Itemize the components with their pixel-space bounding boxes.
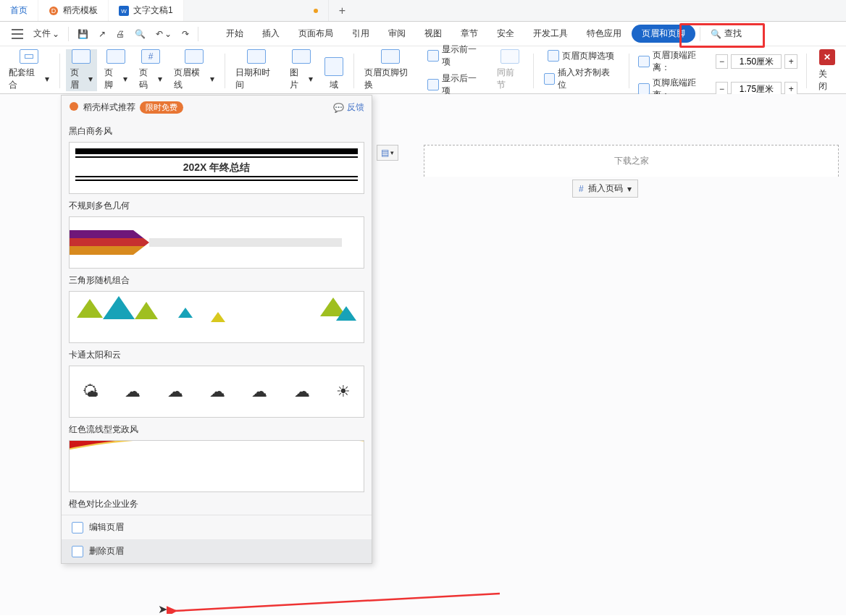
preview-icon: 🔍 [135, 29, 146, 39]
plus-icon: + [339, 4, 345, 17]
tab-document[interactable]: W 文字文稿1 [109, 0, 184, 21]
search-button[interactable]: 🔍 查找 [711, 28, 742, 40]
footer-icon [106, 49, 125, 64]
category-geometry: 不规则多色几何 [69, 200, 364, 269]
edit-header-action[interactable]: 编辑页眉 [62, 515, 372, 539]
menu-special[interactable]: 特色应用 [578, 25, 630, 43]
header-top-distance-row: 页眉顶端距离： − + [638, 49, 797, 74]
ribbon-datetime[interactable]: 日期和时间 [231, 49, 283, 91]
free-badge: 限时免费 [140, 101, 183, 114]
ribbon-hfswitch-label: 页眉页脚切换 [364, 67, 416, 91]
ribbon-insert-align[interactable]: 插入对齐制表位 [544, 67, 619, 91]
cloud-icon: ☁ [125, 382, 141, 401]
tab-home[interactable]: 首页 [0, 0, 38, 21]
insert-pageno-button[interactable]: # 插入页码 ▾ [572, 180, 638, 198]
style-thumb-red[interactable] [69, 440, 364, 492]
menu-review[interactable]: 审阅 [380, 25, 414, 43]
top-dist-minus[interactable]: − [716, 54, 729, 69]
svg-text:D: D [51, 7, 56, 14]
ribbon-same-prev[interactable]: 同前节 [493, 49, 527, 91]
ribbon-headerline[interactable]: 页眉横线▾ [169, 49, 219, 91]
headerline-icon [185, 49, 204, 64]
header-tag-dropdown[interactable]: ▤▾ [377, 145, 398, 161]
ribbon-show-next[interactable]: 显示后一项 [427, 72, 485, 97]
style-thumb-geometry[interactable] [69, 216, 364, 269]
ribbon-hf-options[interactable]: 页眉页脚选项 [548, 50, 614, 62]
ribbon-picture[interactable]: 图片▾ [285, 49, 317, 91]
pageno-icon: # [141, 49, 160, 64]
menu-reference[interactable]: 引用 [343, 25, 378, 43]
tab-new[interactable]: + [329, 0, 356, 21]
menu-start[interactable]: 开始 [217, 25, 252, 43]
divider [806, 54, 807, 88]
category-cartoon: 卡通太阳和云 🌤 ☁ ☁ ☁ ☁ ☁ ☀ [69, 349, 364, 418]
menu-chapter[interactable]: 章节 [452, 25, 487, 43]
shell-icon [69, 101, 79, 114]
category-red-gov: 红色流线型党政风 [69, 423, 364, 492]
save-icon: 💾 [78, 29, 88, 39]
dropdown-body[interactable]: 黑白商务风 202X 年终总结 不规则多色几何 三角形随机组合 [62, 119, 372, 515]
divider [353, 54, 354, 88]
ribbon-field-label: 域 [330, 79, 338, 91]
menu-insert[interactable]: 插入 [254, 25, 288, 43]
top-dist-plus[interactable]: + [784, 54, 797, 69]
menu-view[interactable]: 视图 [416, 25, 451, 43]
category-title: 红色流线型党政风 [69, 423, 364, 436]
menu-button[interactable] [7, 26, 28, 42]
feedback-link[interactable]: 💬 反馈 [333, 101, 364, 114]
save-button[interactable]: 💾 [73, 26, 93, 42]
cursor-icon: ➤ [158, 602, 167, 616]
ribbon-pageno[interactable]: #页码▾ [135, 49, 167, 91]
link-icon [501, 49, 519, 64]
style-thumb-bw[interactable]: 202X 年终总结 [69, 142, 364, 194]
delete-header-action[interactable]: 删除页眉 [62, 539, 372, 563]
top-dist-input[interactable] [731, 54, 782, 69]
ribbon-insert-align-label: 插入对齐制表位 [558, 67, 618, 91]
divider [533, 54, 534, 88]
ribbon-match-combo[interactable]: 配套组合▾ [4, 49, 54, 91]
style-thumb-cartoon[interactable]: 🌤 ☁ ☁ ☁ ☁ ☁ ☀ [69, 366, 364, 418]
tab-templates[interactable]: D 稻壳模板 [38, 0, 109, 21]
category-title: 三角形随机组合 [69, 274, 364, 287]
top-dist-icon [638, 56, 650, 67]
page-icon: ▤ [381, 148, 389, 158]
divider [629, 54, 629, 88]
ribbon-datetime-label: 日期和时间 [235, 67, 279, 91]
annotation-arrow [167, 592, 507, 614]
file-menu[interactable]: 文件⌄ [29, 25, 64, 43]
share-button[interactable]: ↗ [94, 26, 110, 42]
menu-layout[interactable]: 页面布局 [290, 25, 342, 43]
chevron-down-icon: ▾ [158, 74, 162, 84]
redo-button[interactable]: ↷ [177, 26, 193, 42]
menu-devtools[interactable]: 开发工具 [524, 25, 577, 43]
hash-icon: # [579, 184, 584, 194]
header-icon [72, 49, 91, 64]
options-icon [548, 50, 559, 62]
search-label: 查找 [724, 28, 742, 40]
ribbon-hfswitch[interactable]: 页眉页脚切换 [360, 49, 420, 91]
ribbon-show-prev[interactable]: 显示前一项 [427, 43, 485, 68]
chevron-down-icon: ▾ [309, 74, 313, 84]
redo-icon: ↷ [182, 29, 189, 39]
menu-security[interactable]: 安全 [488, 25, 523, 43]
undo-button[interactable]: ↶⌄ [151, 26, 176, 42]
menu-header-footer[interactable]: 页眉和页脚 [632, 25, 695, 43]
document-header-area[interactable]: 下载之家 [424, 145, 839, 177]
preview-button[interactable]: 🔍 [130, 26, 150, 42]
ribbon-footer[interactable]: 页脚▾ [100, 49, 132, 91]
style-thumb-triangles[interactable] [69, 291, 364, 343]
chevron-down-icon: ▾ [627, 184, 632, 194]
hamburger-icon [12, 29, 23, 39]
svg-point-4 [70, 102, 78, 111]
ribbon-same-prev-label: 同前节 [497, 67, 523, 91]
ribbon-field[interactable]: 域 [320, 49, 348, 91]
ribbon-header[interactable]: 页眉▾ [66, 49, 98, 91]
svg-line-5 [174, 594, 500, 611]
bot-dist-icon [638, 83, 650, 95]
ribbon-close[interactable]: ✕ 关闭 [813, 49, 842, 93]
chevron-down-icon: ▾ [88, 74, 93, 84]
ribbon-opt-group: 页眉页脚选项 插入对齐制表位 [540, 49, 623, 91]
close-icon: ✕ [819, 49, 835, 65]
print-button[interactable]: 🖨 [112, 26, 129, 42]
ribbon-show-next-label: 显示后一项 [442, 72, 485, 97]
